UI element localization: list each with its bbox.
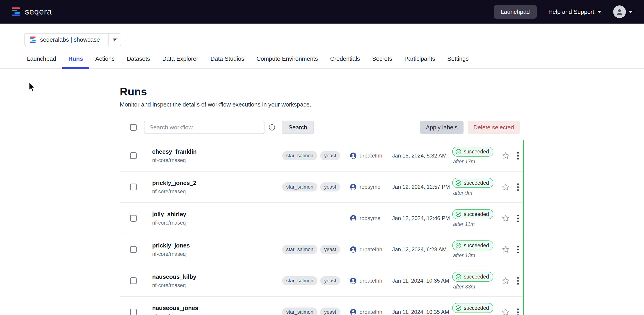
- help-and-support-menu[interactable]: Help and Support: [548, 9, 602, 16]
- run-pipeline: nf-core/rnaseq: [152, 251, 282, 257]
- search-button[interactable]: Search: [282, 121, 314, 134]
- workspace-selector-caret-button[interactable]: [108, 34, 121, 46]
- run-user-cell: drpatelhh: [350, 246, 392, 253]
- tab-credentials[interactable]: Credentials: [324, 55, 366, 69]
- run-star-cell: [499, 245, 512, 254]
- row-checkbox[interactable]: [130, 215, 137, 222]
- row-menu-button[interactable]: [516, 213, 520, 223]
- star-button[interactable]: [501, 276, 510, 285]
- row-checkbox[interactable]: [130, 309, 137, 315]
- row-checkbox[interactable]: [130, 184, 137, 190]
- run-star-cell: [499, 214, 512, 222]
- run-user-cell: robsyme: [350, 184, 392, 190]
- run-menu-cell: [512, 244, 524, 255]
- row-menu-button[interactable]: [516, 151, 520, 161]
- run-date: Jan 12, 2024, 6:28 AM: [392, 246, 452, 253]
- row-menu-button[interactable]: [516, 276, 520, 286]
- user-menu[interactable]: [613, 6, 633, 18]
- run-name[interactable]: nauseous_jones: [152, 304, 282, 311]
- label-pill: yeast: [320, 245, 340, 254]
- run-name[interactable]: cheesy_franklin: [152, 148, 282, 155]
- run-name[interactable]: jolly_shirley: [152, 211, 282, 218]
- apply-labels-button[interactable]: Apply labels: [420, 121, 464, 134]
- check-circle-icon: [455, 149, 462, 155]
- row-menu-button[interactable]: [516, 182, 520, 192]
- run-date: Jan 15, 2024, 5:32 AM: [392, 153, 452, 159]
- main-content: Runs Monitor and inspect the details of …: [120, 85, 524, 315]
- label-pill: yeast: [320, 276, 340, 285]
- run-row: nauseous_jones nf-core/rnaseq star_salmo…: [120, 296, 524, 315]
- run-name-cell: nauseous_jones nf-core/rnaseq: [152, 304, 282, 315]
- row-checkbox[interactable]: [130, 246, 137, 253]
- avatar[interactable]: [613, 6, 626, 18]
- run-user: drpatelhh: [360, 278, 382, 284]
- brand[interactable]: seqera: [10, 6, 52, 17]
- tab-compute-environments[interactable]: Compute Environments: [250, 55, 324, 69]
- workspace-selector-main[interactable]: seqeralabs | showcase: [25, 34, 108, 46]
- run-user-cell: drpatelhh: [350, 277, 392, 284]
- status-label: succeeded: [464, 305, 489, 311]
- scroll-indicator: [523, 140, 524, 315]
- run-name[interactable]: nauseous_kilby: [152, 273, 282, 280]
- run-pipeline: nf-core/rnaseq: [152, 314, 282, 315]
- run-star-cell: [499, 151, 512, 160]
- label-pill: star_salmon: [282, 182, 318, 191]
- workspace-selector-label: seqeralabs | showcase: [40, 36, 100, 43]
- run-status-cell: succeeded after 33m: [452, 272, 499, 290]
- tabs-nav: LaunchpadRunsActionsDatasetsData Explore…: [0, 55, 644, 69]
- status-label: succeeded: [464, 180, 489, 186]
- run-labels: star_salmonyeast: [282, 276, 350, 285]
- tab-participants[interactable]: Participants: [398, 55, 441, 69]
- run-row: nauseous_kilby nf-core/rnaseq star_salmo…: [120, 265, 524, 296]
- run-name[interactable]: prickly_jones_2: [152, 179, 282, 186]
- status-badge: succeeded: [452, 209, 494, 219]
- status-label: succeeded: [464, 274, 489, 280]
- tab-data-explorer[interactable]: Data Explorer: [156, 55, 204, 69]
- row-checkbox[interactable]: [130, 152, 137, 159]
- row-checkbox[interactable]: [130, 277, 137, 284]
- launchpad-button[interactable]: Launchpad: [494, 5, 537, 19]
- tab-datasets[interactable]: Datasets: [121, 55, 156, 69]
- run-name[interactable]: prickly_jones: [152, 242, 282, 249]
- label-pill: yeast: [320, 307, 340, 315]
- star-icon: [501, 276, 510, 285]
- workspace-selector[interactable]: seqeralabs | showcase: [24, 33, 121, 46]
- user-circle-icon: [350, 184, 357, 190]
- check-circle-icon: [455, 211, 462, 217]
- select-all-checkbox[interactable]: [130, 124, 137, 131]
- tab-settings[interactable]: Settings: [441, 55, 475, 69]
- tab-data-studios[interactable]: Data Studios: [204, 55, 250, 69]
- row-menu-button[interactable]: [516, 244, 520, 255]
- star-icon: [501, 214, 510, 222]
- tab-actions[interactable]: Actions: [89, 55, 121, 69]
- search-input[interactable]: [144, 121, 264, 134]
- delete-selected-button[interactable]: Delete selected: [468, 121, 520, 134]
- star-button[interactable]: [501, 151, 510, 160]
- run-menu-cell: [512, 276, 524, 286]
- star-button[interactable]: [501, 308, 510, 315]
- run-row: prickly_jones nf-core/rnaseq star_salmon…: [120, 234, 524, 265]
- run-row: prickly_jones_2 nf-core/rnaseq star_salm…: [120, 171, 524, 202]
- row-menu-button[interactable]: [516, 307, 520, 315]
- run-menu-cell: [512, 213, 524, 223]
- star-button[interactable]: [501, 183, 510, 191]
- run-user-cell: drpatelhh: [350, 309, 392, 315]
- run-star-cell: [499, 183, 512, 191]
- info-icon[interactable]: [268, 124, 275, 131]
- run-user: drpatelhh: [360, 246, 382, 253]
- star-button[interactable]: [501, 214, 510, 222]
- run-duration: after 33m: [452, 284, 475, 290]
- status-label: succeeded: [464, 211, 489, 217]
- star-icon: [501, 308, 510, 315]
- seqera-logo-icon: [10, 6, 21, 17]
- tab-runs[interactable]: Runs: [62, 55, 89, 69]
- toolbar-bulk-actions: Apply labels Delete selected: [420, 121, 520, 134]
- run-duration: after 17m: [452, 159, 475, 165]
- user-circle-icon: [350, 246, 357, 253]
- tab-launchpad[interactable]: Launchpad: [21, 55, 62, 69]
- star-button[interactable]: [501, 245, 510, 254]
- label-pill: star_salmon: [282, 276, 318, 285]
- tab-secrets[interactable]: Secrets: [366, 55, 398, 69]
- check-circle-icon: [455, 305, 462, 311]
- run-name-cell: prickly_jones_2 nf-core/rnaseq: [152, 179, 282, 195]
